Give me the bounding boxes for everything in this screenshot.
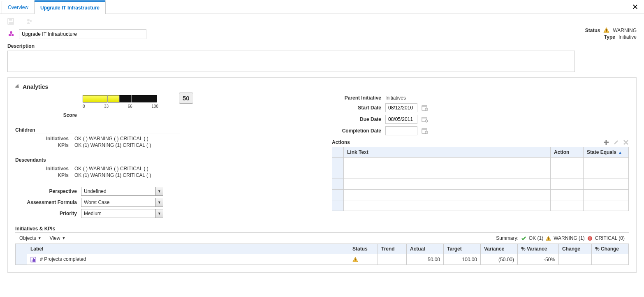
children-kpis-label: KPIs <box>15 142 69 148</box>
actions-th-state[interactable]: State Equals▲ <box>584 147 629 158</box>
svg-rect-6 <box>9 34 11 36</box>
svg-rect-7 <box>12 34 14 36</box>
assessment-select[interactable]: Worst Case▼ <box>81 198 163 207</box>
ik-row-pct-variance: -50% <box>518 254 559 265</box>
due-date-label: Due Date <box>332 116 381 122</box>
score-gauge: 0 33 66 100 <box>83 95 173 109</box>
start-date-input[interactable] <box>385 103 417 112</box>
actions-title: Actions <box>332 139 350 145</box>
tab-overview[interactable]: Overview <box>2 1 35 14</box>
actions-th-linktext[interactable]: Link Text <box>344 147 551 158</box>
ik-th-variance[interactable]: Variance <box>481 244 518 254</box>
status-label: Status <box>585 28 600 33</box>
analytics-header[interactable]: Analytics <box>15 84 629 90</box>
calendar-icon[interactable] <box>422 104 428 111</box>
title-row: Status WARNING Type Initiative <box>7 27 637 41</box>
view-menu[interactable]: View ▼ <box>50 235 66 241</box>
collapse-icon <box>15 84 21 90</box>
objects-menu[interactable]: Objects ▼ <box>19 235 42 241</box>
svg-rect-28 <box>33 258 34 262</box>
analytics-left-col: Score 0 33 66 100 <box>15 93 320 220</box>
edit-icon[interactable] <box>613 139 619 145</box>
table-row[interactable] <box>332 190 629 200</box>
save-icon[interactable] <box>7 18 14 25</box>
svg-point-4 <box>30 20 32 22</box>
description-input[interactable] <box>7 51 575 72</box>
add-icon[interactable] <box>603 139 609 145</box>
priority-label: Priority <box>15 211 77 216</box>
initiative-icon <box>7 30 15 38</box>
completion-date-label: Completion Date <box>332 128 381 134</box>
body-area: Status WARNING Type Initiative Descripti… <box>0 27 644 280</box>
svg-point-3 <box>27 19 30 21</box>
assessment-label: Assessment Formula <box>15 200 77 205</box>
score-row: Score 0 33 66 100 <box>15 95 320 118</box>
table-row[interactable] <box>332 200 629 211</box>
ik-th-target[interactable]: Target <box>444 244 481 254</box>
svg-rect-24 <box>589 237 590 239</box>
type-label: Type <box>604 34 615 40</box>
table-row[interactable] <box>332 158 629 168</box>
ik-row-variance: (50.00) <box>481 254 518 265</box>
ik-th-trend[interactable]: Trend <box>378 244 407 254</box>
table-row[interactable] <box>332 179 629 190</box>
perspective-select[interactable]: Undefined▼ <box>81 187 163 196</box>
svg-point-15 <box>425 120 428 122</box>
table-row[interactable] <box>332 168 629 179</box>
ik-th-label[interactable]: Label <box>27 244 349 254</box>
svg-rect-8 <box>606 29 607 31</box>
editor-toolbar <box>0 14 644 27</box>
warning-icon <box>546 236 551 241</box>
actions-table: Link Text Action State Equals▲ <box>332 147 629 211</box>
score-bullet <box>83 95 157 102</box>
ik-th-status[interactable]: Status <box>349 244 378 254</box>
warning-icon <box>603 27 609 33</box>
children-heading: Children <box>15 127 180 134</box>
svg-rect-31 <box>355 260 355 261</box>
user-icon[interactable] <box>26 18 32 25</box>
completion-date-input[interactable] <box>385 126 417 135</box>
ik-row-trend <box>378 254 407 265</box>
analytics-panel: Analytics Score 0 33 <box>7 77 637 273</box>
type-value: Initiative <box>619 34 637 40</box>
analytics-title: Analytics <box>23 84 48 90</box>
svg-rect-30 <box>355 258 355 260</box>
initiatives-kpis-section: Initiatives & KPIs Objects ▼ View ▼ Summ… <box>15 226 629 265</box>
ik-th-pct-change[interactable]: % Change <box>592 244 629 254</box>
svg-rect-25 <box>589 239 590 240</box>
ik-th-change[interactable]: Change <box>559 244 592 254</box>
actions-toolbar <box>603 139 629 145</box>
calendar-icon[interactable] <box>422 128 428 134</box>
descendants-initiatives-label: Initiatives <box>15 166 69 172</box>
svg-rect-2 <box>9 22 13 24</box>
close-icon[interactable]: ✕ <box>632 2 638 12</box>
name-input[interactable] <box>19 29 146 39</box>
descendants-kpis-value: OK (1) WARNING (1) CRITICAL ( ) <box>74 172 180 178</box>
chevron-down-icon: ▼ <box>62 236 65 240</box>
start-date-label: Start Date <box>332 105 381 111</box>
svg-rect-27 <box>32 260 32 262</box>
descendants-initiatives-value: OK ( ) WARNING ( ) CRITICAL ( ) <box>74 166 180 172</box>
tab-upgrade-it[interactable]: Upgrade IT Infrastructure <box>34 0 106 14</box>
parent-initiative-label: Parent Initiative <box>332 95 381 101</box>
children-initiatives-value: OK ( ) WARNING ( ) CRITICAL ( ) <box>74 136 180 142</box>
assessment-value: Worst Case <box>81 200 155 205</box>
table-row[interactable]: # Projects completed 50.00 100.00 (50.00… <box>16 254 629 265</box>
svg-rect-22 <box>548 239 549 239</box>
delete-icon[interactable] <box>623 139 629 145</box>
ik-th-actual[interactable]: Actual <box>407 244 444 254</box>
actions-th-action[interactable]: Action <box>551 147 584 158</box>
due-date-input[interactable] <box>385 115 417 124</box>
ik-row-pct-change <box>592 254 629 265</box>
priority-select[interactable]: Medium▼ <box>81 209 163 218</box>
analytics-right-col: Parent Initiative Initiatives Start Date… <box>332 93 629 220</box>
tick-66: 66 <box>128 104 132 109</box>
ik-th-pct-variance[interactable]: % Variance <box>518 244 559 254</box>
calendar-icon[interactable] <box>422 116 428 123</box>
score-label: Score <box>15 95 77 118</box>
svg-rect-21 <box>548 237 549 239</box>
ik-row-label: # Projects completed <box>27 254 349 265</box>
tick-100: 100 <box>151 104 158 109</box>
chevron-down-icon: ▼ <box>38 236 42 240</box>
ik-row-actual: 50.00 <box>407 254 444 265</box>
